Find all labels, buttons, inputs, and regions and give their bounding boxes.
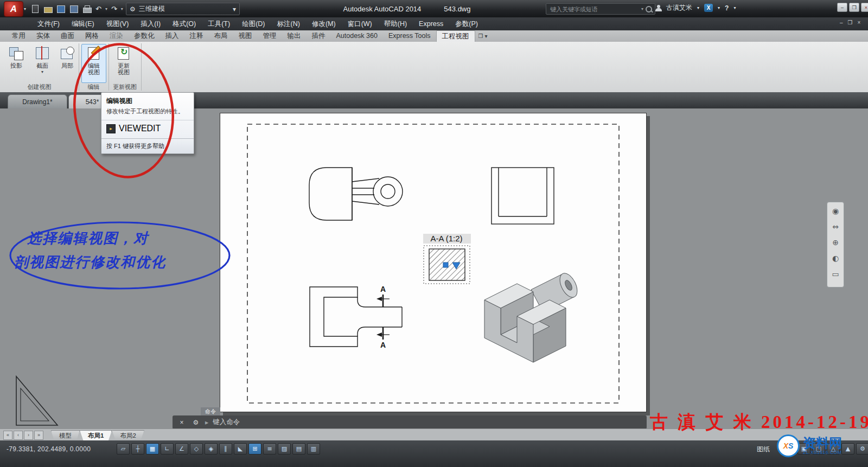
doc-restore-icon[interactable]: ❒ [848, 20, 853, 25]
ribbon-display-dropdown-icon[interactable]: ▾ [485, 33, 488, 39]
infer-constraints-icon[interactable]: ▱ [117, 443, 130, 455]
search-input[interactable] [549, 5, 639, 13]
ribbon-tab-insert[interactable]: 插入 [160, 30, 184, 42]
exchange-dropdown-icon[interactable]: ▾ [718, 5, 720, 10]
tab-layout2[interactable]: 布局2 [112, 430, 144, 442]
menu-parametric[interactable]: 参数(P) [449, 17, 484, 30]
save-as-icon[interactable] [69, 5, 79, 13]
ortho-icon[interactable]: ∟ [161, 443, 174, 455]
minimize-button[interactable]: – [837, 3, 847, 12]
menu-draw[interactable]: 绘图(D) [236, 17, 271, 30]
ribbon-tab-autodesk-360[interactable]: Autodesk 360 [331, 30, 383, 42]
view-top-left[interactable] [309, 168, 403, 220]
tab-layout1[interactable]: 布局1 [80, 430, 112, 442]
zoom-icon[interactable]: ⊕ [830, 237, 841, 248]
osnap-icon[interactable]: ◇ [190, 443, 203, 455]
first-tab-icon[interactable]: « [3, 431, 12, 440]
exchange-apps-icon[interactable]: X [704, 4, 713, 12]
projection-view-button[interactable]: 投影 [4, 44, 28, 81]
close-button[interactable]: × [861, 3, 868, 12]
ribbon-tab-view[interactable]: 视图 [233, 30, 258, 42]
ribbon-tab-layout[interactable]: 布局 [209, 30, 233, 42]
plot-icon[interactable] [82, 5, 92, 13]
search-icon[interactable] [646, 6, 652, 12]
user-dropdown-icon[interactable]: ▾ [697, 5, 699, 10]
paper-space-label[interactable]: 图纸 [757, 445, 770, 454]
logo-dropdown-icon[interactable]: ▾ [24, 7, 26, 11]
command-close-icon[interactable]: × [177, 418, 187, 427]
help-dropdown-icon[interactable]: ▾ [733, 5, 736, 10]
panel-title-update-views[interactable]: 更新视图 [108, 83, 141, 91]
menu-modify[interactable]: 修改(M) [306, 17, 342, 30]
drawing-views-svg[interactable]: A-A (1:2) [220, 113, 646, 412]
ribbon-display-icon[interactable]: ❒ [478, 33, 483, 39]
new-file-icon[interactable] [30, 5, 40, 13]
menu-insert[interactable]: 插入(I) [135, 17, 167, 30]
workspace-switcher[interactable]: ⚙ 三维建模 ▾ [126, 3, 240, 15]
ribbon-tab-output[interactable]: 输出 [282, 30, 307, 42]
view-bottom-left[interactable]: A A [310, 285, 402, 349]
next-tab-icon[interactable]: › [24, 431, 33, 440]
orbit-icon[interactable]: ◐ [830, 253, 841, 264]
navigation-bar[interactable]: ◉⇔⊕◐▭ [827, 202, 844, 287]
menu-view[interactable]: 视图(V) [100, 17, 135, 30]
grip-square[interactable] [443, 263, 448, 267]
workspace-dropdown-icon[interactable]: ▾ [233, 5, 236, 13]
update-view-button[interactable]: ↻ 更新 视图 [112, 44, 136, 81]
menu-edit[interactable]: 编辑(E) [66, 17, 100, 30]
lineweight-icon[interactable]: ≡ [263, 443, 276, 455]
doc-close-icon[interactable]: × [858, 20, 861, 25]
command-prompt[interactable]: 键入命令 [213, 418, 240, 427]
showmotion-icon[interactable]: ▭ [830, 268, 841, 279]
save-icon[interactable] [56, 5, 66, 13]
autocad-logo-icon[interactable]: A [4, 1, 23, 17]
menu-format[interactable]: 格式(O) [167, 17, 202, 30]
ribbon-tab-home[interactable]: 常用 [7, 30, 31, 42]
ribbon-tab-plugins[interactable]: 插件 [307, 30, 331, 42]
ribbon-tab-parametric[interactable]: 参数化 [129, 30, 160, 42]
panel-title-create-views[interactable]: 创建视图 [0, 83, 79, 91]
help-icon[interactable]: ? [725, 4, 729, 12]
menu-dimension[interactable]: 标注(N) [271, 17, 306, 30]
section-dropdown-icon[interactable]: ▾ [30, 69, 54, 75]
ribbon-tab-render[interactable]: 渲染 [104, 30, 129, 42]
command-window-tag[interactable]: 命令 [201, 407, 220, 415]
menu-help[interactable]: 帮助(H) [378, 17, 413, 30]
selection-cycling-icon[interactable]: ▥ [307, 443, 320, 455]
section-view-a-a[interactable]: A-A (1:2) [423, 234, 471, 284]
last-tab-icon[interactable]: » [34, 431, 43, 440]
menu-window[interactable]: 窗口(W) [342, 17, 378, 30]
ducs-icon[interactable]: ◣ [234, 443, 247, 455]
ribbon-tab-express-tools[interactable]: Express Tools [383, 30, 436, 42]
edit-view-button[interactable]: 编辑 视图 [81, 44, 106, 83]
restore-button[interactable]: ❒ [849, 3, 859, 12]
undo-dropdown-icon[interactable]: ▾ [105, 7, 107, 11]
dyn-icon[interactable]: ⊞ [248, 443, 261, 455]
navigation-wheel-icon[interactable]: ◉ [830, 206, 841, 216]
quick-properties-icon[interactable]: ▤ [292, 443, 305, 455]
transparency-icon[interactable]: ▨ [278, 443, 291, 455]
ribbon-tab-solid[interactable]: 实体 [31, 30, 55, 42]
menu-tools[interactable]: 工具(T) [202, 17, 236, 30]
tab-model[interactable]: 模型 [51, 430, 80, 442]
ribbon-tab-manage[interactable]: 管理 [258, 30, 282, 42]
file-tab-drawing1[interactable]: Drawing1* [8, 94, 67, 109]
pan-icon[interactable]: ⇔ [830, 221, 841, 232]
grid-icon[interactable]: ▦ [146, 443, 159, 455]
section-view-title[interactable]: A-A (1:2) [430, 234, 462, 243]
otrack-icon[interactable]: ∥ [219, 443, 232, 455]
layout-paper[interactable]: A-A (1:2) [220, 113, 647, 412]
detail-view-button[interactable]: 局部 [55, 44, 79, 81]
doc-minimize-icon[interactable]: – [840, 20, 843, 25]
menu-file[interactable]: 文件(F) [31, 17, 66, 30]
undo-icon[interactable]: ↶ [95, 5, 101, 13]
drawing-canvas[interactable]: A-A (1:2) [0, 108, 868, 428]
ribbon-tab-annotate[interactable]: 注释 [184, 30, 209, 42]
view-top-right[interactable] [492, 168, 554, 224]
qat-dropdown-icon[interactable]: ▾ [121, 7, 123, 11]
command-customize-icon[interactable]: ⚙ [191, 418, 201, 427]
ribbon-tab-mesh[interactable]: 网格 [80, 30, 104, 42]
snap-icon[interactable]: ┼ [131, 443, 144, 455]
section-view-button[interactable]: 截面 ▾ [30, 44, 54, 81]
ribbon-tab-surface[interactable]: 曲面 [55, 30, 80, 42]
